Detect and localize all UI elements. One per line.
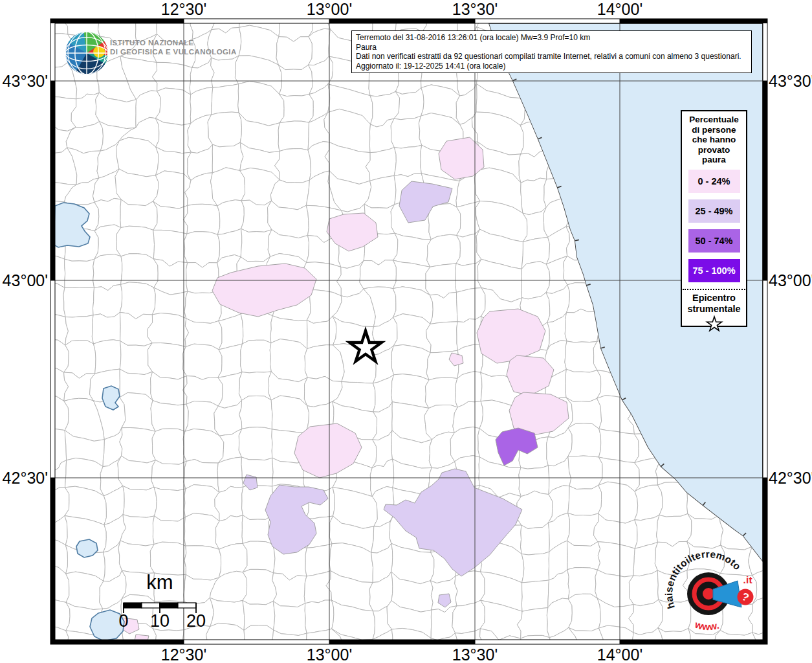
legend: Percentuale di persone che hanno provato… xyxy=(681,110,747,327)
event-title: Terremoto del 31-08-2016 13:26:01 (ora l… xyxy=(356,33,747,43)
lat-label-left-1: 43°30' xyxy=(0,72,48,90)
legend-swatches: 0 - 24%25 - 49%50 - 74%75 - 100% xyxy=(682,170,746,282)
legend-title-line: che hanno xyxy=(682,135,746,145)
legend-title-line: di persone xyxy=(682,125,746,135)
lon-label-top-1: 12°30' xyxy=(142,0,226,18)
map-canvas: haisentitoilterremoto.itwww.? 12°30' 13°… xyxy=(0,0,812,663)
lon-label-top-2: 13°00' xyxy=(287,0,371,18)
legend-class-swatch: 50 - 74% xyxy=(688,229,740,253)
ingv-logo-text: ISTITUTO NAZIONALE DI GEOFISICA E VULCAN… xyxy=(110,39,237,56)
lon-label-top-3: 13°30' xyxy=(433,0,517,18)
lat-label-left-3: 42°30' xyxy=(0,469,48,487)
legend-title-line: Percentuale xyxy=(682,115,746,125)
legend-epicenter-label: strumentale xyxy=(682,304,746,315)
event-updated: Aggiornato il: 19-12-2025 14:41 (ora loc… xyxy=(356,62,747,71)
lon-label-bottom-4: 14°00' xyxy=(578,646,662,663)
scalebar-tick-0: 0 xyxy=(104,611,143,631)
event-effect: Paura xyxy=(356,43,747,52)
lat-label-right-3: 42°30' xyxy=(769,469,812,487)
ingv-logo-line1: ISTITUTO NAZIONALE xyxy=(110,39,237,48)
lon-label-bottom-1: 12°30' xyxy=(142,646,226,663)
scalebar-tick-10: 10 xyxy=(140,611,179,631)
legend-star-icon xyxy=(682,315,746,334)
lon-label-bottom-3: 13°30' xyxy=(433,646,517,663)
scalebar-tick-20: 20 xyxy=(177,611,215,631)
lat-label-right-1: 43°30' xyxy=(769,72,812,90)
legend-class-swatch: 25 - 49% xyxy=(688,199,740,223)
lon-label-bottom-2: 13°00' xyxy=(287,646,371,663)
lat-label-left-2: 43°00' xyxy=(0,271,48,289)
legend-epicenter-label: Epicentro xyxy=(682,293,746,304)
legend-class-swatch: 0 - 24% xyxy=(688,170,740,193)
lat-label-right-2: 43°00' xyxy=(769,271,812,289)
event-info-box: Terremoto del 31-08-2016 13:26:01 (ora l… xyxy=(351,30,752,73)
lon-label-top-4: 14°00' xyxy=(578,0,662,18)
event-disclaimer: Dati non verificati estratti da 92 quest… xyxy=(356,52,747,62)
legend-title-line: paura xyxy=(682,155,746,165)
scalebar-unit: km xyxy=(121,571,199,594)
legend-title-line: provato xyxy=(682,145,746,155)
legend-class-swatch: 75 - 100% xyxy=(688,259,740,282)
ingv-logo-line2: DI GEOFISICA E VULCANOLOGIA xyxy=(110,48,237,57)
ingv-globe-logo xyxy=(65,32,108,74)
